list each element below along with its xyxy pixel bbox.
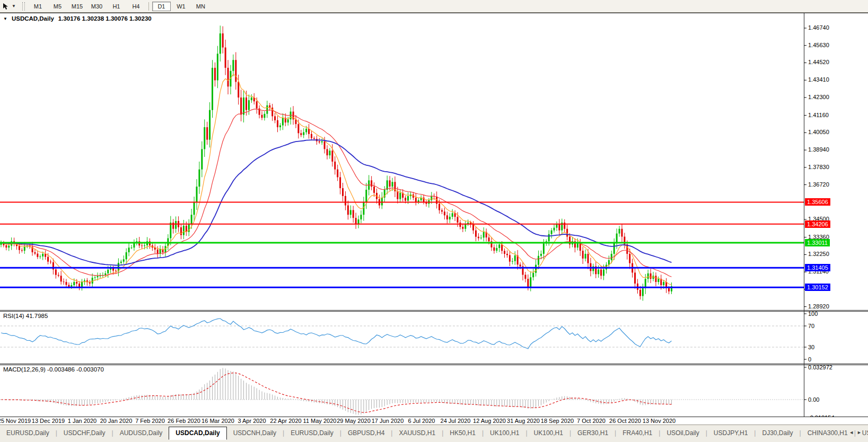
date-tick-label: 12 Aug 2020 [473,418,506,424]
date-tick-label: 3 Apr 2020 [238,418,266,424]
date-tick-label: 20 Jan 2020 [100,418,133,424]
axis-tick-label: 0 [808,356,811,363]
tab-dj30-daily[interactable]: DJ30,Daily [756,427,799,439]
axis-tick-label: 1.36720 [808,181,829,188]
tab-uk100-h1[interactable]: UK100,H1 [528,427,569,439]
chart-tabs: EURUSD,Daily|USDCHF,Daily|AUDUSD,DailyUS… [0,427,868,440]
axis-tick-label: 1.37830 [808,164,829,170]
date-tick-label: 13 Dec 2019 [32,418,65,424]
date-tick-label: 31 Aug 2020 [507,418,540,424]
timeframe-button-mn[interactable]: MN [191,2,210,11]
chart-window[interactable]: ▼ USDCAD,Daily 1.30176 1.30238 1.30076 1… [0,13,868,417]
axis-tick-label: 0.032972 [808,364,832,370]
timeframe-button-d1[interactable]: D1 [152,2,171,11]
tab-gbpusd-h4[interactable]: GBPUSD,H4 [341,427,391,439]
tab-eurusd-daily[interactable]: EURUSD,Daily [284,427,340,439]
tab-eurusd-daily[interactable]: EURUSD,Daily [0,427,56,439]
toolbar-grip-handle[interactable] [22,2,25,11]
axis-tick-label: 1.41160 [808,112,829,118]
date-tick-label: 26 Oct 2020 [609,418,641,424]
date-tick-label: 17 Jun 2020 [372,418,404,424]
price-line-badge: 1.30152 [805,284,830,291]
rsi-indicator-label: RSI(14) 41.7985 [3,313,48,319]
timeframe-button-h1[interactable]: H1 [107,2,126,11]
axis-tick-label: 1.32250 [808,251,829,257]
date-tick-label: 25 Nov 2019 [0,418,31,424]
date-tick-label: 6 Jul 2020 [408,418,435,424]
date-tick-label: 18 Sep 2020 [541,418,574,424]
timeframe-button-m1[interactable]: M1 [29,2,47,11]
chart-symbol-label: USDCAD,Daily [12,15,54,22]
chart-tab-bar: EURUSD,Daily|USDCHF,Daily|AUDUSD,DailyUS… [0,425,868,442]
tab-scroll-left-icon[interactable]: ◄ [849,430,857,435]
timeframe-button-h4[interactable]: H4 [127,2,145,11]
tab-scroll-arrows[interactable]: ◄► [849,430,865,435]
date-tick-label: 29 May 2020 [337,418,371,424]
price-line-badge: 1.31405 [805,264,830,271]
axis-tick-label: 1.45630 [808,42,829,48]
tab-hk50-h1[interactable]: HK50,H1 [443,427,482,439]
date-tick-label: 1 Jan 2020 [68,418,97,424]
tab-fra40-h1[interactable]: FRA40,H1 [616,427,659,439]
date-tick-label: 16 Mar 2020 [201,418,234,424]
macd-indicator-label: MACD(12,26,9) -0.003486 -0.003070 [3,366,104,373]
axis-tick-label: 1.42300 [808,94,829,100]
axis-tick-label: 1.38940 [808,146,829,153]
symbol-dropdown-icon[interactable]: ▼ [3,16,7,21]
tab-scroll-right-icon[interactable]: ► [857,430,865,435]
date-tick-label: 11 May 2020 [303,418,337,424]
timeframe-button-m15[interactable]: M15 [68,2,86,11]
tab-audusd-daily[interactable]: AUDUSD,Daily [113,427,169,439]
cursor-icon [2,3,9,10]
axis-tick-label: 1.40050 [808,129,829,135]
date-tick-label: 13 Nov 2020 [643,418,676,424]
cursor-tool-button[interactable]: ▼ [0,0,18,12]
date-tick-label: 22 Apr 2020 [270,418,301,424]
top-toolbar: ▼ M1M5M15M30H1H4D1W1MN [0,0,868,13]
axis-tick-label: 1.46740 [808,24,829,31]
date-axis: 25 Nov 201913 Dec 20191 Jan 202020 Jan 2… [0,417,868,425]
timeframe-button-w1[interactable]: W1 [172,2,190,11]
chevron-down-icon: ▼ [12,4,16,8]
tab-ger30-h1[interactable]: GER30,H1 [571,427,615,439]
price-chart-canvas[interactable] [0,13,868,417]
date-tick-label: 7 Oct 2020 [577,418,606,424]
axis-tick-label: 1.43410 [808,76,829,83]
tab-usdcnh-daily[interactable]: USDCNH,Daily [227,427,283,439]
chart-ohlc-values: 1.30176 1.30238 1.30076 1.30230 [58,15,152,22]
axis-tick-label: 1.28920 [808,303,829,310]
tab-china300-h1[interactable]: CHINA300,H1 [801,427,854,439]
price-line-badge: 1.34206 [805,220,830,228]
axis-tick-label: 1.44520 [808,59,829,65]
tab-usdchf-daily[interactable]: USDCHF,Daily [57,427,112,439]
tab-uk100-h1[interactable]: UK100,H1 [484,427,525,439]
price-line-badge: 1.33011 [805,239,830,246]
date-tick-label: 26 Feb 2020 [168,418,200,424]
price-line-badge: 1.35606 [805,198,830,206]
tab-usdjpy-h1[interactable]: USDJPY,H1 [707,427,754,439]
timeframe-button-m5[interactable]: M5 [48,2,67,11]
axis-tick-label: 30 [808,344,814,350]
axis-tick-label: 100 [808,311,818,317]
tab-usdcad-daily[interactable]: USDCAD,Daily [169,427,226,440]
chart-title: ▼ USDCAD,Daily 1.30176 1.30238 1.30076 1… [3,15,152,22]
tab-xauusd-h1[interactable]: XAUUSD,H1 [392,427,442,439]
date-tick-label: 7 Feb 2020 [135,418,165,424]
date-tick-label: 24 Jul 2020 [441,418,471,424]
axis-tick-label: 70 [808,323,814,329]
timeframe-button-group: M1M5M15M30H1H4D1W1MN [28,2,211,11]
timeframe-button-m30[interactable]: M30 [87,2,106,11]
axis-tick-label: 0.00 [808,396,819,403]
tab-usoil-daily[interactable]: USOil,Daily [660,427,705,439]
